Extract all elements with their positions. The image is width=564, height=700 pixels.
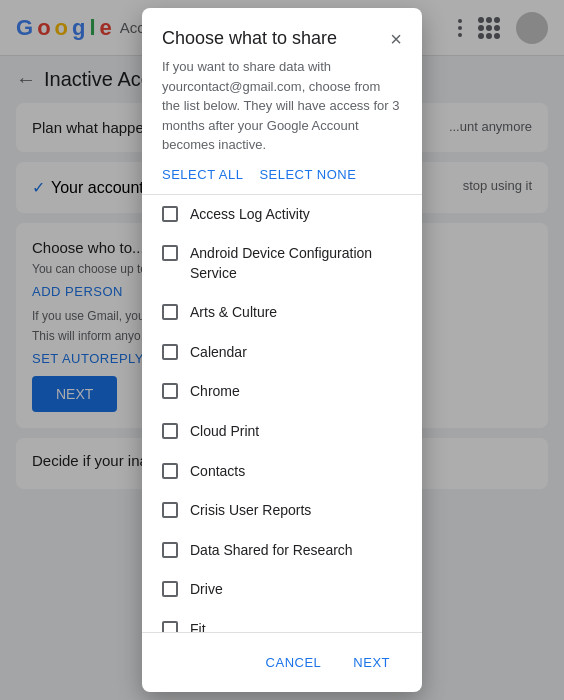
list-item[interactable]: Arts & Culture <box>142 293 422 333</box>
checkbox-box[interactable] <box>162 542 178 558</box>
checkbox-label: Cloud Print <box>190 422 259 442</box>
checkbox-box[interactable] <box>162 621 178 632</box>
checkbox-box[interactable] <box>162 423 178 439</box>
modal-footer: CANCEL NEXT <box>142 632 422 692</box>
checkbox-label: Crisis User Reports <box>190 501 311 521</box>
select-controls: SELECT ALL SELECT NONE <box>142 167 422 194</box>
checkbox-box[interactable] <box>162 502 178 518</box>
close-button[interactable]: × <box>390 29 402 49</box>
checkbox-box[interactable] <box>162 206 178 222</box>
checkbox-label: Chrome <box>190 382 240 402</box>
modal-overlay: Choose what to share × If you want to sh… <box>0 0 564 700</box>
list-item[interactable]: Contacts <box>142 452 422 492</box>
select-none-button[interactable]: SELECT NONE <box>259 167 356 182</box>
checkbox-box[interactable] <box>162 304 178 320</box>
list-item[interactable]: Chrome <box>142 372 422 412</box>
checkbox-label: Android Device Configuration Service <box>190 244 402 283</box>
checkbox-label: Drive <box>190 580 223 600</box>
checkbox-box[interactable] <box>162 581 178 597</box>
checkbox-label: Fit <box>190 620 206 632</box>
list-item[interactable]: Access Log Activity <box>142 195 422 235</box>
checkbox-box[interactable] <box>162 344 178 360</box>
modal-dialog: Choose what to share × If you want to sh… <box>142 8 422 692</box>
checkbox-box[interactable] <box>162 383 178 399</box>
list-item[interactable]: Data Shared for Research <box>142 531 422 571</box>
list-item[interactable]: Cloud Print <box>142 412 422 452</box>
list-item[interactable]: Calendar <box>142 333 422 373</box>
modal-description: If you want to share data with yourconta… <box>142 57 422 167</box>
checkbox-box[interactable] <box>162 463 178 479</box>
modal-next-button[interactable]: NEXT <box>341 647 402 678</box>
checkbox-label: Arts & Culture <box>190 303 277 323</box>
modal-header: Choose what to share × <box>142 8 422 57</box>
modal-title: Choose what to share <box>162 28 337 49</box>
checkbox-box[interactable] <box>162 245 178 261</box>
select-all-button[interactable]: SELECT ALL <box>162 167 243 182</box>
list-item[interactable]: Drive <box>142 570 422 610</box>
checkbox-label: Access Log Activity <box>190 205 310 225</box>
list-item[interactable]: Crisis User Reports <box>142 491 422 531</box>
list-item[interactable]: Android Device Configuration Service <box>142 234 422 293</box>
checkbox-label: Calendar <box>190 343 247 363</box>
checkbox-label: Contacts <box>190 462 245 482</box>
checkbox-label: Data Shared for Research <box>190 541 353 561</box>
checkbox-list: Access Log Activity Android Device Confi… <box>142 195 422 633</box>
cancel-button[interactable]: CANCEL <box>254 647 334 678</box>
list-item[interactable]: Fit <box>142 610 422 632</box>
